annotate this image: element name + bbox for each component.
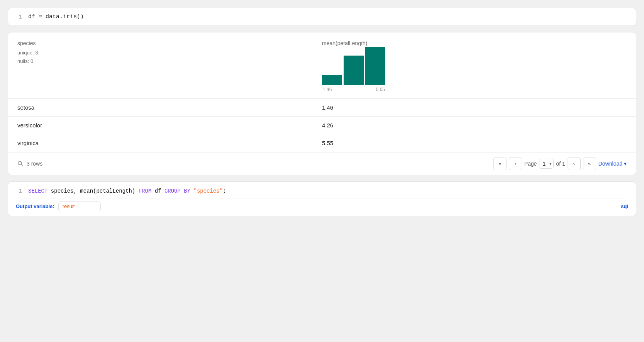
- page-info: Page 1 of 1: [524, 159, 565, 169]
- bar-chart-area: 1.46 5.55: [322, 49, 627, 92]
- species-value-virginica: virginica: [17, 140, 322, 146]
- summary-row: species unique: 3 nulls: 0 mean(petalLen…: [8, 32, 636, 99]
- download-button[interactable]: Download ▾: [598, 161, 627, 167]
- bar-chart: [322, 49, 385, 85]
- chart-max-label: 5.55: [376, 87, 385, 92]
- sql-line: 1 SELECT species, mean(petalLength) FROM…: [16, 188, 628, 194]
- code-content-1: df = data.iris(): [28, 14, 84, 20]
- download-chevron-icon: ▾: [624, 161, 627, 167]
- search-icon: [17, 161, 24, 167]
- chart-labels: 1.46 5.55: [322, 87, 386, 92]
- download-label: Download: [598, 161, 622, 167]
- prev-page-button[interactable]: ‹: [509, 157, 522, 170]
- bar-virginica: [365, 47, 385, 85]
- language-badge: sql: [621, 203, 628, 209]
- table-row: virginica 5.55: [8, 134, 636, 152]
- sql-string-val: "species": [190, 188, 223, 194]
- table-row: setosa 1.46: [8, 99, 636, 117]
- species-unique: unique: 3 nulls: 0: [17, 49, 322, 66]
- mean-value-versicolor: 4.26: [322, 122, 627, 129]
- table-row: versicolor 4.26: [8, 117, 636, 134]
- sql-cell: 1 SELECT species, mean(petalLength) FROM…: [8, 181, 636, 216]
- species-header: species: [17, 40, 322, 46]
- svg-line-1: [21, 164, 23, 166]
- mean-petal-summary: mean(petalLength) 1.46 5.55: [322, 40, 627, 92]
- sql-from-kw: FROM: [139, 188, 152, 194]
- first-page-button[interactable]: «: [493, 157, 507, 170]
- output-variable-input[interactable]: [58, 201, 101, 211]
- species-value-setosa: setosa: [17, 104, 322, 111]
- sql-line-number: 1: [16, 188, 22, 194]
- output-variable-row: Output variable: sql: [16, 198, 628, 213]
- sql-select-kw: SELECT: [28, 188, 47, 194]
- sql-groupby-kw: GROUP BY: [164, 188, 190, 194]
- result-cell: species unique: 3 nulls: 0 mean(petalLen…: [8, 32, 636, 175]
- last-page-button[interactable]: »: [583, 157, 596, 170]
- output-var-group: Output variable:: [16, 201, 101, 211]
- species-value-versicolor: versicolor: [17, 122, 322, 129]
- line-number-1: 1: [16, 14, 22, 20]
- output-variable-label: Output variable:: [16, 203, 54, 209]
- sql-code: SELECT species, mean(petalLength) FROM d…: [28, 188, 226, 194]
- sql-table: df: [151, 188, 164, 194]
- code-cell-1: 1 df = data.iris(): [8, 8, 636, 26]
- species-summary: species unique: 3 nulls: 0: [17, 40, 322, 92]
- next-page-button[interactable]: ›: [568, 157, 581, 170]
- mean-petal-header: mean(petalLength): [322, 40, 627, 46]
- pagination: « ‹ Page 1 of 1 › » Download ▾: [493, 157, 627, 170]
- bar-versicolor: [344, 56, 364, 85]
- table-footer: 3 rows « ‹ Page 1 of 1 › » Download ▾: [8, 152, 636, 175]
- mean-value-virginica: 5.55: [322, 140, 627, 146]
- page-select-wrap: 1: [539, 159, 554, 169]
- mean-value-setosa: 1.46: [322, 104, 627, 111]
- bar-setosa: [322, 75, 342, 85]
- rows-info: 3 rows: [17, 161, 42, 167]
- chart-min-label: 1.46: [323, 87, 332, 92]
- of-label: of 1: [556, 161, 565, 167]
- sql-fields: species, mean(petalLength): [47, 188, 138, 194]
- sql-semicolon: ;: [223, 188, 226, 194]
- rows-count: 3 rows: [27, 161, 42, 167]
- page-select[interactable]: 1: [539, 159, 554, 169]
- page-label: Page: [524, 161, 537, 167]
